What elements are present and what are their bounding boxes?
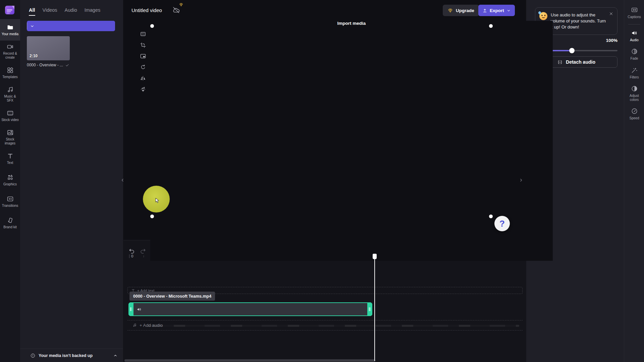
import-media-label: Import media (150, 21, 553, 261)
tool-label: Audio (630, 38, 639, 42)
audio-tip-text: Use audio to adjust the volume of your s… (551, 12, 607, 30)
media-panel: All Videos Audio Images Import media 2:1… (20, 0, 123, 362)
music-icon (7, 86, 14, 93)
image-icon (7, 129, 14, 136)
diamond-icon (447, 8, 453, 13)
templates-icon (7, 67, 14, 74)
wand-icon (631, 67, 638, 74)
import-media-button[interactable]: Import media (27, 21, 115, 31)
upgrade-label: Upgrade (456, 8, 474, 13)
sidebar-item-stock-images[interactable]: Stock images (0, 126, 20, 148)
resize-handle-bottom-left[interactable] (150, 215, 154, 218)
tool-speed[interactable]: Speed (624, 105, 644, 123)
cloud-backup-off-icon[interactable] (172, 6, 182, 16)
media-duration-badge: 2:10 (30, 54, 38, 58)
sidebar-item-transitions[interactable]: Transitions (0, 191, 20, 212)
import-options-dropdown[interactable] (27, 24, 37, 28)
sidebar-item-label: Transitions (1, 204, 19, 208)
shapes-icon (7, 174, 14, 181)
text-icon (7, 153, 14, 160)
tab-images[interactable]: Images (85, 7, 101, 16)
transitions-icon (7, 195, 14, 202)
tab-videos[interactable]: Videos (43, 7, 57, 16)
collapse-left-panel-chevron[interactable] (119, 176, 125, 184)
resize-handle-top-right[interactable] (489, 24, 493, 28)
playhead-handle[interactable] (373, 254, 377, 259)
add-audio-track[interactable]: + Add audio (127, 320, 523, 330)
sidebar-item-music-sfx[interactable]: Music & SFX (0, 83, 20, 105)
tool-fade[interactable]: Fade (624, 45, 644, 64)
clipchamp-logo-icon[interactable] (4, 4, 16, 16)
sidebar-item-label: Your media (1, 32, 19, 36)
left-nav-rail: Your media Record & create Templates Mus… (0, 0, 20, 362)
premium-diamond-icon (179, 2, 183, 7)
upload-icon (482, 8, 487, 13)
cc-icon (631, 6, 638, 13)
export-button[interactable]: Export (478, 5, 515, 16)
tool-audio[interactable]: Audio (624, 26, 644, 45)
sidebar-item-brand-kit[interactable]: Brand kit (0, 212, 20, 234)
flip-horizontal-button[interactable] (139, 74, 147, 82)
sidebar-item-stock-video[interactable]: Stock video (0, 105, 20, 126)
size-position-button[interactable] (139, 29, 147, 38)
ruler-tick-label: 0 (131, 254, 133, 258)
chevron-up-icon[interactable] (113, 353, 118, 358)
media-card[interactable]: 2:10 0000 - Overview - ... (27, 36, 70, 67)
tab-all[interactable]: All (29, 7, 35, 16)
backup-notice[interactable]: Your media isn't backed up (20, 349, 123, 362)
sidebar-item-label: Brand kit (3, 225, 17, 229)
folder-icon (7, 24, 14, 31)
project-title[interactable]: Untitled video (131, 7, 162, 13)
camera-icon (7, 43, 14, 50)
sidebar-item-your-media[interactable]: Your media (0, 19, 20, 41)
flip-vertical-button[interactable] (139, 85, 147, 94)
fade-icon (631, 48, 638, 55)
media-tabs: All Videos Audio Images (20, 0, 123, 16)
rail-divider (628, 24, 640, 24)
sidebar-item-label: Graphics (3, 182, 17, 186)
tool-label: Adjust colors (625, 94, 644, 102)
trim-handle-right[interactable] (367, 302, 372, 316)
resize-handle-top-left[interactable] (150, 24, 154, 28)
tool-adjust-colors[interactable]: Adjust colors (624, 82, 644, 105)
help-label: ? (499, 219, 505, 229)
sidebar-item-label: Text (6, 161, 14, 165)
tool-captions[interactable]: Captions (624, 3, 644, 22)
sidebar-item-graphics[interactable]: Graphics (0, 169, 20, 191)
video-clip[interactable] (128, 302, 372, 316)
sidebar-item-text[interactable]: Text (0, 148, 20, 169)
sweat-smile-emoji (539, 12, 547, 20)
volume-value: 100% (606, 38, 618, 43)
clip-name-tag: 0000 - Overview - Microsoft Teams.mp4 (129, 292, 215, 301)
media-filename: 0000 - Overview - ... (27, 63, 63, 67)
picture-in-picture-button[interactable] (139, 52, 147, 60)
clip-audio-icon (137, 307, 142, 312)
close-icon[interactable] (608, 11, 614, 17)
help-button[interactable]: ? (494, 216, 510, 231)
check-icon (65, 63, 69, 67)
sidebar-item-record-create[interactable]: Record & create (0, 41, 20, 62)
media-thumbnail[interactable]: 2:10 (27, 36, 70, 60)
timeline-scrollbar[interactable] (124, 359, 375, 362)
upgrade-button[interactable]: Upgrade (443, 5, 479, 16)
right-tool-rail: Captions Audio Fade Filters Adjust color… (624, 0, 644, 362)
preview-tools (139, 29, 147, 94)
tab-audio[interactable]: Audio (65, 7, 77, 16)
resize-handle-bottom-right[interactable] (489, 215, 493, 218)
trim-handle-left[interactable] (128, 302, 133, 316)
tool-label: Filters (630, 75, 639, 79)
tool-label: Captions (628, 15, 641, 19)
clipchamp-app: Your media Record & create Templates Mus… (0, 0, 644, 362)
rotate-button[interactable] (139, 63, 147, 71)
chevron-down-icon[interactable] (506, 8, 511, 13)
tool-filters[interactable]: Filters (624, 64, 644, 82)
mouse-cursor (154, 197, 161, 204)
expand-right-panel-chevron[interactable] (518, 176, 524, 184)
volume-slider-thumb[interactable] (569, 48, 575, 53)
sidebar-item-label: Stock images (0, 137, 20, 145)
crop-button[interactable] (139, 41, 147, 49)
sidebar-item-templates[interactable]: Templates (0, 62, 20, 83)
brand-icon (7, 217, 14, 224)
playhead-line (374, 254, 375, 361)
tool-label: Speed (630, 116, 639, 120)
